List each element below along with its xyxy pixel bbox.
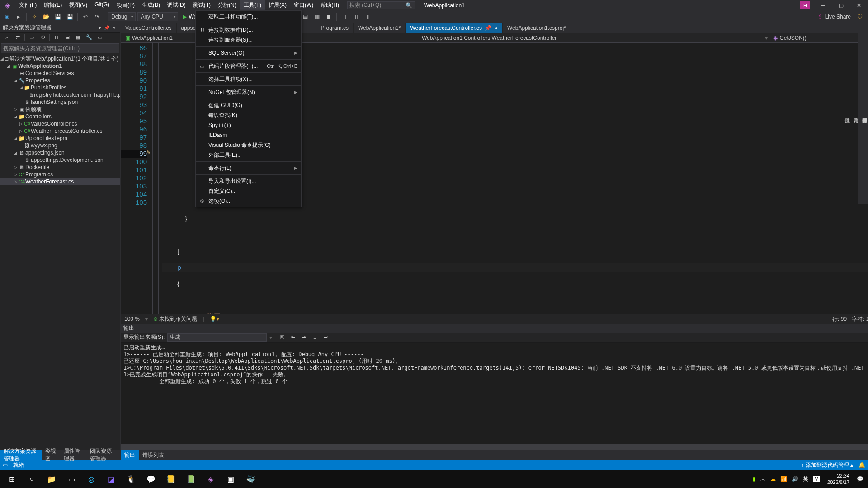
menu-build[interactable]: 生成(B) <box>138 0 164 10</box>
qq-icon[interactable]: 🐧 <box>121 470 141 488</box>
bookmark-icon[interactable]: ◼ <box>324 12 334 22</box>
menu-git[interactable]: Git(G) <box>91 0 113 10</box>
refresh-icon[interactable]: 🗋 <box>52 33 61 42</box>
issues-status[interactable]: ⊘ 未找到相关问题 <box>153 315 197 323</box>
pending-icon[interactable]: ▭ <box>28 33 36 42</box>
ime-lang[interactable]: 英 <box>803 475 808 483</box>
tool-icon-8[interactable]: ▯ <box>363 12 373 22</box>
tray-chevron-icon[interactable]: ︿ <box>760 475 766 483</box>
tab-close-icon[interactable]: ✕ <box>494 26 498 31</box>
nav-member[interactable]: ◉GetJSON() <box>771 34 868 42</box>
tab-csproj[interactable]: WebApplication1.csproj* <box>503 23 571 33</box>
dd-cmdline[interactable]: 命令行(L)▶ <box>196 163 301 173</box>
save-all-icon[interactable]: 💾 <box>65 12 75 22</box>
dd-spy[interactable]: Spy++(+) <box>196 120 301 130</box>
dd-options[interactable]: ⚙选项(O)... <box>196 196 301 206</box>
output-goto-icon[interactable]: ⇱ <box>278 333 286 342</box>
docker-icon[interactable]: 🐳 <box>241 470 260 488</box>
onedrive-icon[interactable]: ☁ <box>770 476 776 482</box>
undo-icon[interactable]: ↶ <box>80 12 90 22</box>
edge-icon[interactable]: ◎ <box>81 470 101 488</box>
sync-icon[interactable]: ⟲ <box>38 33 47 42</box>
menu-edit[interactable]: 编辑(E) <box>40 0 66 10</box>
ime-mode[interactable]: M <box>813 476 820 482</box>
output-hscroll[interactable] <box>121 444 868 450</box>
app-icon-2[interactable]: 📒 <box>161 470 181 488</box>
tool-icon-6[interactable]: ▯ <box>340 12 349 22</box>
output-prev-icon[interactable]: ⇤ <box>289 333 297 342</box>
wifi-icon[interactable]: 📶 <box>780 476 787 482</box>
zoom-level[interactable]: 100 % <box>124 316 140 322</box>
output-next-icon[interactable]: ⇥ <box>300 333 308 342</box>
dd-get-tools[interactable]: 获取工具和功能(T)... <box>196 12 301 22</box>
menu-extensions[interactable]: 扩展(X) <box>265 0 290 10</box>
menu-tools[interactable]: 工具(T) <box>240 0 265 10</box>
valuescontroller-node[interactable]: ▷C#ValuesController.cs <box>0 120 120 127</box>
output-window-icon[interactable]: ▭ <box>3 462 8 468</box>
dd-connect-db[interactable]: 🛢连接到数据库(D)... <box>196 25 301 35</box>
menu-file[interactable]: 文件(F) <box>15 0 40 10</box>
dd-guid[interactable]: 创建 GUID(G) <box>196 100 301 110</box>
output-wrap-icon[interactable]: ↩ <box>321 333 330 342</box>
output-source-combo[interactable]: 生成 <box>167 333 267 342</box>
wechat-icon[interactable]: 💬 <box>141 470 161 488</box>
wyywx-node[interactable]: 🖼wyywx.png <box>0 142 120 149</box>
dd-custom[interactable]: 自定义(C)... <box>196 186 301 196</box>
properties-icon[interactable]: 🔧 <box>85 33 93 42</box>
appsettings-dev-node[interactable]: 🗎appsettings.Development.json <box>0 156 120 164</box>
taskview-icon[interactable]: ▭ <box>61 470 81 488</box>
save-icon[interactable]: 💾 <box>53 12 63 22</box>
menu-project[interactable]: 项目(P) <box>113 0 138 10</box>
properties-node[interactable]: ◢🔧Properties <box>0 77 120 84</box>
panel-dropdown-icon[interactable]: ▾ <box>96 25 103 30</box>
solution-node[interactable]: ◢⊟解决方案"WebApplication1"(1 个项目/共 1 个) <box>0 55 120 62</box>
open-icon[interactable]: 📂 <box>41 12 51 22</box>
terminal-icon[interactable]: ▣ <box>221 470 241 488</box>
right-tool-strip[interactable]: 服务器资源管理器 工具箱 属性 <box>858 23 868 204</box>
cortana-icon[interactable]: ○ <box>22 470 42 488</box>
nav-back-icon[interactable]: ◉ <box>2 12 12 22</box>
menu-debug[interactable]: 调试(D) <box>164 0 189 10</box>
switch-views-icon[interactable]: ⇄ <box>14 33 22 42</box>
dd-connect-srv[interactable]: 连接到服务器(S)... <box>196 35 301 45</box>
line-indicator[interactable]: 行: 99 <box>832 315 847 323</box>
preview-icon[interactable]: ▭ <box>96 33 104 42</box>
program-node[interactable]: ▷C#Program.cs <box>0 171 120 178</box>
weathercontroller-node[interactable]: ▷C#WeatherForecastController.cs <box>0 127 120 135</box>
collapse-icon[interactable]: ⊟ <box>63 33 71 42</box>
visual-studio-icon[interactable]: ◈ <box>201 470 221 488</box>
config-combo[interactable]: Debug <box>108 12 136 21</box>
dd-snippet[interactable]: ▭代码片段管理器(T)...Ctrl+K, Ctrl+B <box>196 61 301 71</box>
app-icon-3[interactable]: 📗 <box>181 470 201 488</box>
pubxml-node[interactable]: 🗎registry.hub.docker.com_happyfhb.pubx <box>0 91 120 99</box>
launchsettings-node[interactable]: 🗎launchSettings.json <box>0 99 120 106</box>
connected-services-node[interactable]: ⊕Connected Services <box>0 70 120 77</box>
tab-solution-explorer[interactable]: 解决方案资源管理器 <box>0 450 42 460</box>
nav-fwd-icon[interactable]: ▸ <box>14 12 24 22</box>
comment-icon[interactable]: ▤ <box>300 12 310 22</box>
panel-close-icon[interactable]: ✕ <box>110 25 118 30</box>
dd-impexp[interactable]: 导入和导出设置(I)... <box>196 176 301 186</box>
liveshare-button[interactable]: ⇪ Live Share 🛡 <box>818 14 866 20</box>
tab-webapplication[interactable]: WebApplication1* <box>354 23 406 33</box>
dockerfile-node[interactable]: ▷🗎Dockerfile <box>0 164 120 171</box>
global-search[interactable]: 搜索 (Ctrl+Q) 🔍 <box>347 1 415 9</box>
menu-test[interactable]: 测试(T) <box>189 0 214 10</box>
start-button[interactable]: ⊞ <box>2 470 22 488</box>
tab-program[interactable]: Program.cs <box>316 23 354 33</box>
controllers-node[interactable]: ◢📁Controllers <box>0 113 120 120</box>
tab-valuescontroller[interactable]: ValuesController.cs <box>121 23 177 33</box>
explorer-icon[interactable]: 📁 <box>42 470 61 488</box>
notifications-icon[interactable]: 🔔 <box>859 462 865 468</box>
publish-profiles-node[interactable]: ◢📁PublishProfiles <box>0 84 120 91</box>
menu-window[interactable]: 窗口(W) <box>290 0 317 10</box>
panel-pin-icon[interactable]: 📌 <box>103 25 110 30</box>
dd-ildasm[interactable]: ILDasm <box>196 130 301 140</box>
tab-weathercontroller[interactable]: WeatherForecastController.cs📌✕ <box>406 23 503 33</box>
menu-view[interactable]: 视图(V) <box>66 0 91 10</box>
menu-help[interactable]: 帮助(H) <box>317 0 343 10</box>
minimize-button[interactable]: ─ <box>814 0 832 10</box>
output-text[interactable]: 已启动重新生成… 1>------ 已启动全部重新生成: 项目: WebAppl… <box>121 343 868 444</box>
tool-icon-7[interactable]: ▯ <box>351 12 361 22</box>
dd-sql[interactable]: SQL Server(Q)▶ <box>196 48 301 58</box>
